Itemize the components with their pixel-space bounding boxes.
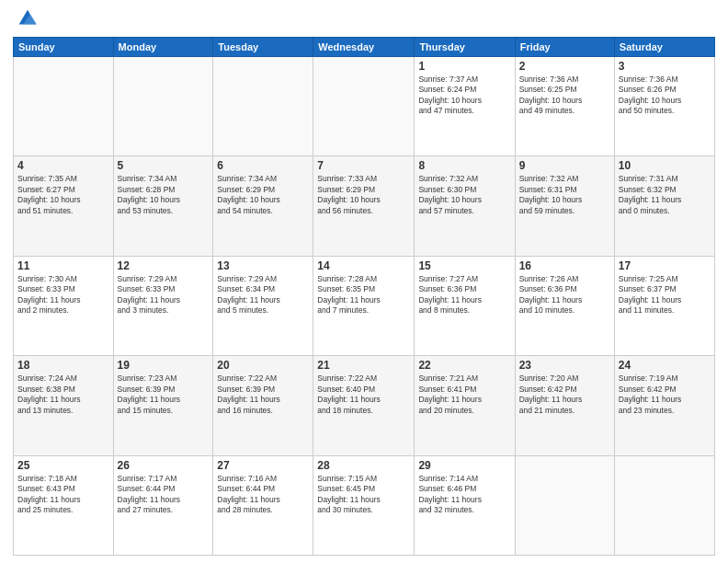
weekday-header-wednesday: Wednesday <box>313 38 415 57</box>
day-number: 27 <box>217 459 309 472</box>
day-info: Sunrise: 7:17 AM Sunset: 6:44 PM Dayligh… <box>118 474 210 516</box>
calendar-cell: 21Sunrise: 7:22 AM Sunset: 6:40 PM Dayli… <box>313 356 415 455</box>
week-row-3: 11Sunrise: 7:30 AM Sunset: 6:33 PM Dayli… <box>14 256 715 355</box>
day-number: 5 <box>118 159 210 172</box>
calendar-cell: 3Sunrise: 7:36 AM Sunset: 6:26 PM Daylig… <box>614 57 714 156</box>
day-info: Sunrise: 7:37 AM Sunset: 6:24 PM Dayligh… <box>418 75 510 117</box>
calendar-cell: 24Sunrise: 7:19 AM Sunset: 6:42 PM Dayli… <box>614 356 714 455</box>
day-number: 25 <box>17 459 109 472</box>
day-number: 23 <box>519 359 610 372</box>
day-number: 12 <box>118 259 210 272</box>
calendar-cell: 17Sunrise: 7:25 AM Sunset: 6:37 PM Dayli… <box>614 256 714 355</box>
calendar-cell: 16Sunrise: 7:26 AM Sunset: 6:36 PM Dayli… <box>515 256 614 355</box>
calendar-cell: 25Sunrise: 7:18 AM Sunset: 6:43 PM Dayli… <box>14 455 114 555</box>
calendar-page: SundayMondayTuesdayWednesdayThursdayFrid… <box>0 0 728 563</box>
day-number: 7 <box>317 159 410 172</box>
week-row-2: 4Sunrise: 7:35 AM Sunset: 6:27 PM Daylig… <box>14 156 715 256</box>
calendar-cell: 19Sunrise: 7:23 AM Sunset: 6:39 PM Dayli… <box>113 356 213 455</box>
day-info: Sunrise: 7:21 AM Sunset: 6:41 PM Dayligh… <box>418 373 510 416</box>
day-info: Sunrise: 7:24 AM Sunset: 6:38 PM Dayligh… <box>17 373 109 416</box>
day-info: Sunrise: 7:18 AM Sunset: 6:43 PM Dayligh… <box>17 474 109 516</box>
weekday-header-saturday: Saturday <box>614 38 714 57</box>
day-number: 4 <box>17 159 109 172</box>
calendar-cell: 18Sunrise: 7:24 AM Sunset: 6:38 PM Dayli… <box>14 356 114 455</box>
calendar-cell: 12Sunrise: 7:29 AM Sunset: 6:33 PM Dayli… <box>113 256 213 355</box>
day-number: 1 <box>418 60 510 73</box>
weekday-header-row: SundayMondayTuesdayWednesdayThursdayFrid… <box>14 38 715 57</box>
calendar-cell: 20Sunrise: 7:22 AM Sunset: 6:39 PM Dayli… <box>213 356 313 455</box>
calendar-cell: 29Sunrise: 7:14 AM Sunset: 6:46 PM Dayli… <box>415 455 515 555</box>
day-number: 16 <box>519 259 610 272</box>
day-number: 22 <box>418 359 510 372</box>
logo-icon <box>15 6 40 31</box>
calendar-cell: 14Sunrise: 7:28 AM Sunset: 6:35 PM Dayli… <box>313 256 415 355</box>
header <box>13 9 715 31</box>
calendar-cell: 22Sunrise: 7:21 AM Sunset: 6:41 PM Dayli… <box>415 356 515 455</box>
day-info: Sunrise: 7:32 AM Sunset: 6:30 PM Dayligh… <box>418 174 510 216</box>
day-number: 6 <box>217 159 309 172</box>
calendar-cell: 27Sunrise: 7:16 AM Sunset: 6:44 PM Dayli… <box>213 455 313 555</box>
day-number: 26 <box>118 459 210 472</box>
day-number: 14 <box>317 259 410 272</box>
day-info: Sunrise: 7:34 AM Sunset: 6:28 PM Dayligh… <box>118 174 210 216</box>
day-number: 21 <box>317 359 410 372</box>
day-info: Sunrise: 7:29 AM Sunset: 6:33 PM Dayligh… <box>118 274 210 316</box>
weekday-header-friday: Friday <box>515 38 614 57</box>
day-number: 11 <box>17 259 109 272</box>
calendar-cell: 28Sunrise: 7:15 AM Sunset: 6:45 PM Dayli… <box>313 455 415 555</box>
day-number: 17 <box>619 259 711 272</box>
day-info: Sunrise: 7:34 AM Sunset: 6:29 PM Dayligh… <box>217 174 309 216</box>
calendar-cell <box>113 57 213 156</box>
day-number: 19 <box>118 359 210 372</box>
day-info: Sunrise: 7:22 AM Sunset: 6:39 PM Dayligh… <box>217 373 309 416</box>
calendar-cell: 23Sunrise: 7:20 AM Sunset: 6:42 PM Dayli… <box>515 356 614 455</box>
calendar-cell: 5Sunrise: 7:34 AM Sunset: 6:28 PM Daylig… <box>113 156 213 256</box>
day-number: 3 <box>619 60 711 73</box>
day-info: Sunrise: 7:15 AM Sunset: 6:45 PM Dayligh… <box>317 474 410 516</box>
logo-area <box>13 9 40 31</box>
day-info: Sunrise: 7:14 AM Sunset: 6:46 PM Dayligh… <box>418 474 510 516</box>
calendar-cell <box>515 455 614 555</box>
calendar-table: SundayMondayTuesdayWednesdayThursdayFrid… <box>13 37 715 556</box>
day-number: 20 <box>217 359 309 372</box>
day-number: 15 <box>418 259 510 272</box>
day-number: 9 <box>519 159 610 172</box>
week-row-4: 18Sunrise: 7:24 AM Sunset: 6:38 PM Dayli… <box>14 356 715 455</box>
day-number: 13 <box>217 259 309 272</box>
calendar-cell <box>213 57 313 156</box>
day-info: Sunrise: 7:19 AM Sunset: 6:42 PM Dayligh… <box>619 373 711 416</box>
day-info: Sunrise: 7:22 AM Sunset: 6:40 PM Dayligh… <box>317 373 410 416</box>
day-info: Sunrise: 7:28 AM Sunset: 6:35 PM Dayligh… <box>317 274 410 316</box>
calendar-cell: 2Sunrise: 7:36 AM Sunset: 6:25 PM Daylig… <box>515 57 614 156</box>
day-info: Sunrise: 7:31 AM Sunset: 6:32 PM Dayligh… <box>619 174 711 216</box>
day-info: Sunrise: 7:36 AM Sunset: 6:26 PM Dayligh… <box>619 75 711 117</box>
calendar-cell: 10Sunrise: 7:31 AM Sunset: 6:32 PM Dayli… <box>614 156 714 256</box>
day-number: 24 <box>619 359 711 372</box>
day-info: Sunrise: 7:26 AM Sunset: 6:36 PM Dayligh… <box>519 274 610 316</box>
day-number: 10 <box>619 159 711 172</box>
day-number: 18 <box>17 359 109 372</box>
day-info: Sunrise: 7:20 AM Sunset: 6:42 PM Dayligh… <box>519 373 610 416</box>
weekday-header-monday: Monday <box>113 38 213 57</box>
calendar-cell: 9Sunrise: 7:32 AM Sunset: 6:31 PM Daylig… <box>515 156 614 256</box>
calendar-cell: 11Sunrise: 7:30 AM Sunset: 6:33 PM Dayli… <box>14 256 114 355</box>
day-info: Sunrise: 7:29 AM Sunset: 6:34 PM Dayligh… <box>217 274 309 316</box>
calendar-cell: 13Sunrise: 7:29 AM Sunset: 6:34 PM Dayli… <box>213 256 313 355</box>
calendar-cell <box>313 57 415 156</box>
logo-text <box>13 9 40 31</box>
day-number: 8 <box>418 159 510 172</box>
calendar-cell: 15Sunrise: 7:27 AM Sunset: 6:36 PM Dayli… <box>415 256 515 355</box>
day-info: Sunrise: 7:35 AM Sunset: 6:27 PM Dayligh… <box>17 174 109 216</box>
day-info: Sunrise: 7:33 AM Sunset: 6:29 PM Dayligh… <box>317 174 410 216</box>
day-info: Sunrise: 7:32 AM Sunset: 6:31 PM Dayligh… <box>519 174 610 216</box>
calendar-cell <box>614 455 714 555</box>
calendar-cell: 6Sunrise: 7:34 AM Sunset: 6:29 PM Daylig… <box>213 156 313 256</box>
week-row-5: 25Sunrise: 7:18 AM Sunset: 6:43 PM Dayli… <box>14 455 715 555</box>
weekday-header-thursday: Thursday <box>415 38 515 57</box>
day-number: 28 <box>317 459 410 472</box>
calendar-cell: 1Sunrise: 7:37 AM Sunset: 6:24 PM Daylig… <box>415 57 515 156</box>
weekday-header-sunday: Sunday <box>14 38 114 57</box>
day-info: Sunrise: 7:23 AM Sunset: 6:39 PM Dayligh… <box>118 373 210 416</box>
calendar-cell: 26Sunrise: 7:17 AM Sunset: 6:44 PM Dayli… <box>113 455 213 555</box>
calendar-cell: 7Sunrise: 7:33 AM Sunset: 6:29 PM Daylig… <box>313 156 415 256</box>
